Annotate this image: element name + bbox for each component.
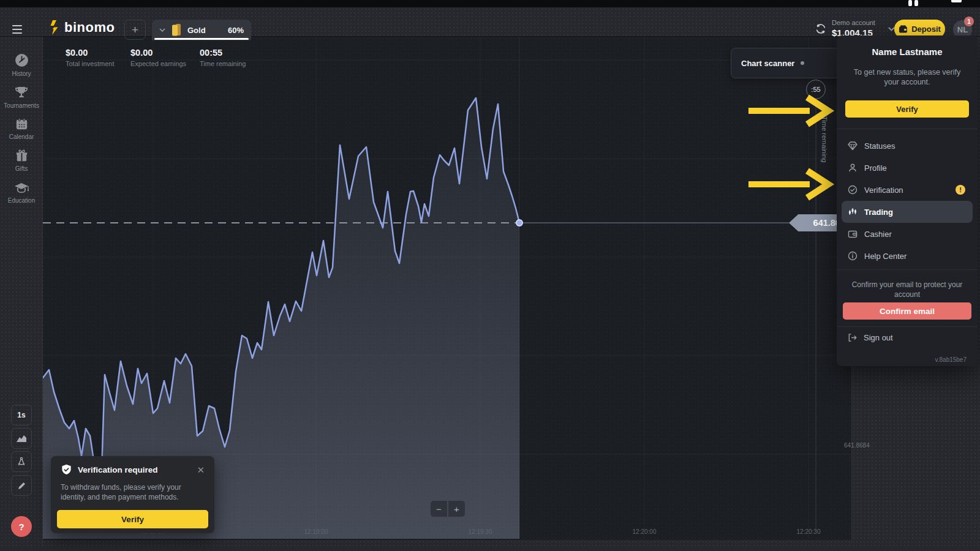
sidebar-item-gifts[interactable]: Gifts — [0, 146, 43, 175]
pencil-icon — [17, 481, 26, 490]
chevron-down-icon — [159, 28, 165, 32]
sidebar-item-tournaments[interactable]: Tournaments — [0, 82, 43, 111]
gem-icon — [848, 141, 858, 151]
left-sidebar: HistoryTournamentsCalendarGiftsEducation… — [0, 37, 43, 546]
sidebar-item-label: Gifts — [15, 165, 28, 172]
chart-scanner-label: Chart scanner — [741, 59, 794, 68]
clock-icon — [14, 53, 29, 68]
info-icon — [848, 251, 858, 261]
indicators-button[interactable] — [11, 451, 32, 472]
stat-time-remaining: 00:55 Time remaining — [200, 48, 246, 67]
verification-required-popup: Verification required ✕ To withdraw fund… — [51, 456, 214, 533]
sign-out-button[interactable]: Sign out — [848, 333, 893, 342]
wallet-icon — [899, 25, 908, 33]
status-dot — [801, 61, 804, 65]
refresh-icon[interactable] — [815, 23, 827, 35]
zoom-out-button[interactable]: − — [430, 500, 448, 517]
chart-zoom-controls: − + — [430, 500, 466, 517]
add-asset-button[interactable]: + — [124, 20, 146, 40]
minimize-glyph — [951, 0, 962, 2]
account-dropdown-panel: Name Lastname To get new status, please … — [837, 36, 978, 366]
alert-badge: ! — [956, 185, 965, 195]
chart-scanner-button[interactable]: Chart scanner — [731, 48, 851, 78]
topbar: binomo + Gold 60% Demo account $1,004.15 — [0, 7, 980, 37]
email-confirm-note: Confirm your email to protect your accou… — [846, 280, 968, 299]
popup-body-text: To withdraw funds, please verify your id… — [61, 482, 194, 502]
help-button[interactable]: ? — [11, 516, 32, 537]
menu-item-label: Help Center — [864, 252, 907, 261]
sidebar-item-label: Education — [8, 197, 35, 204]
asset-tab-gold[interactable]: Gold 60% — [152, 20, 251, 40]
zoom-in-button[interactable]: + — [448, 500, 466, 517]
sidebar-item-label: History — [12, 70, 31, 77]
account-type-label: Demo account — [832, 19, 884, 26]
sidebar-item-label: Tournaments — [4, 102, 39, 109]
interval-button[interactable]: 1s — [11, 405, 32, 425]
pause-icon — [908, 0, 918, 6]
time-remaining-axis-label: Time remaining — [821, 116, 828, 162]
asset-name: Gold — [187, 26, 206, 35]
menu-item-label: Verification — [864, 186, 903, 195]
account-menu: StatusesProfileVerification!TradingCashi… — [842, 135, 973, 267]
sidebar-item-label: Calendar — [9, 133, 34, 140]
sidebar-item-calendar[interactable]: Calendar — [0, 114, 43, 143]
deposit-label: Deposit — [911, 24, 941, 34]
bottom-gutter — [43, 540, 980, 546]
current-price-dot — [516, 220, 522, 226]
countdown-value: :55 — [811, 86, 820, 93]
sign-out-icon — [848, 333, 857, 342]
menu-item-help-center[interactable]: Help Center — [842, 245, 973, 267]
shield-check-icon — [61, 463, 72, 476]
menu-item-label: Profile — [864, 163, 887, 173]
sidebar-item-education[interactable]: Education — [0, 178, 43, 207]
svg-text:12:20:30: 12:20:30 — [797, 528, 821, 535]
svg-text:12:19:30: 12:19:30 — [469, 528, 492, 535]
menu-item-trading[interactable]: Trading — [842, 201, 973, 223]
drafting-compass-icon — [17, 457, 26, 467]
drawing-tool-button[interactable] — [11, 475, 32, 496]
menu-item-profile[interactable]: Profile — [842, 157, 973, 179]
trophy-icon — [14, 85, 29, 100]
gift-icon — [15, 149, 29, 163]
menu-item-label: Cashier — [864, 230, 892, 239]
wallet-icon — [848, 229, 858, 239]
asset-tab-underline — [154, 38, 249, 40]
stat-expected-earnings: $0.00 Expected earnings — [130, 48, 186, 67]
price-axis-tick: 641.8684 — [844, 442, 870, 449]
asset-payout: 60% — [228, 26, 244, 35]
candles-icon — [848, 207, 858, 217]
area-chart-icon — [16, 434, 27, 443]
svg-text:12:20:00: 12:20:00 — [633, 528, 657, 535]
chart-type-button[interactable] — [11, 428, 32, 449]
gold-asset-icon — [171, 23, 182, 37]
menu-item-label: Statuses — [864, 141, 895, 151]
notification-badge: 1 — [964, 17, 974, 26]
account-status-note: To get new status, please verify your ac… — [849, 67, 965, 87]
lightning-bolt-icon — [48, 20, 60, 36]
sign-out-label: Sign out — [864, 333, 893, 342]
calendar-icon — [15, 117, 29, 131]
confirm-email-button[interactable]: Confirm email — [843, 302, 971, 320]
cap-icon — [13, 181, 29, 195]
menu-item-verification[interactable]: Verification! — [842, 179, 973, 201]
svg-text:12:19:00: 12:19:00 — [304, 528, 328, 535]
user-icon — [848, 163, 858, 173]
binomo-logo: binomo — [48, 20, 115, 36]
app-version: v.8ab15be7 — [935, 356, 967, 363]
binomo-app: 12:18:3012:19:0012:19:3012:20:0012:20:30… — [0, 0, 980, 551]
stat-total-investment: $0.00 Total investment — [66, 48, 114, 67]
hamburger-menu-icon[interactable] — [12, 22, 31, 37]
popup-verify-button[interactable]: Verify — [57, 510, 208, 528]
countdown-bubble: :55 — [806, 80, 826, 99]
window-top-strip — [0, 0, 980, 7]
panel-verify-button[interactable]: Verify — [845, 100, 969, 118]
close-icon[interactable]: ✕ — [197, 465, 205, 476]
menu-item-label: Trading — [864, 208, 893, 217]
popup-title: Verification required — [78, 465, 158, 474]
menu-item-cashier[interactable]: Cashier — [842, 223, 973, 245]
check-circle-icon — [848, 185, 858, 195]
account-name: Name Lastname — [837, 47, 978, 57]
sidebar-item-history[interactable]: History — [0, 50, 43, 80]
menu-item-statuses[interactable]: Statuses — [842, 135, 973, 157]
